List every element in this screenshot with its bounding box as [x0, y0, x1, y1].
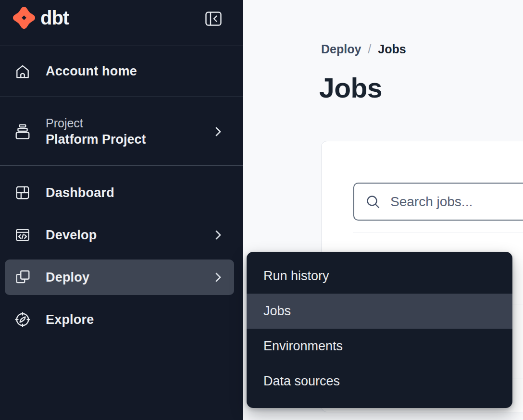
sidebar: dbt Account home Proje	[0, 0, 243, 420]
chevron-right-icon	[214, 272, 222, 283]
project-kicker: Project	[46, 116, 146, 130]
brand-wordmark: dbt	[40, 6, 69, 29]
chevron-right-icon	[214, 126, 222, 137]
flyout-item-data-sources[interactable]: Data sources	[247, 364, 512, 399]
breadcrumb-parent[interactable]: Deploy	[321, 40, 361, 58]
brand-logo: dbt	[12, 6, 69, 29]
project-stack-icon	[14, 124, 31, 140]
dashboard-icon	[14, 185, 31, 201]
sidebar-item-deploy[interactable]: Deploy	[0, 256, 243, 298]
sidebar-item-explore[interactable]: Explore	[0, 298, 243, 341]
sidebar-item-develop[interactable]: Develop	[0, 214, 243, 256]
sidebar-item-label: Dashboard	[46, 185, 114, 200]
collapse-sidebar-icon	[205, 11, 222, 26]
home-icon	[14, 63, 31, 80]
sidebar-header: dbt	[0, 0, 243, 46]
overlapping-squares-icon	[14, 269, 31, 285]
flyout-item-run-history[interactable]: Run history	[247, 259, 512, 294]
deploy-flyout-menu: Run history Jobs Environments Data sourc…	[247, 252, 512, 408]
active-item-highlight	[5, 259, 234, 295]
collapse-sidebar-button[interactable]	[205, 11, 222, 26]
sidebar-item-label: Explore	[46, 312, 94, 327]
chevron-right-icon	[214, 229, 222, 241]
dbt-logo-icon	[12, 6, 36, 29]
flyout-item-environments[interactable]: Environments	[247, 329, 512, 364]
breadcrumb: Deploy / Jobs	[321, 40, 406, 58]
compass-icon	[14, 311, 31, 328]
breadcrumb-separator: /	[368, 40, 371, 58]
sidebar-item-dashboard[interactable]: Dashboard	[0, 172, 243, 214]
project-name: Platform Project	[46, 132, 146, 147]
sidebar-item-project[interactable]: Project Platform Project	[0, 98, 243, 166]
page-title: Jobs	[319, 72, 382, 104]
card-divider	[353, 233, 523, 233]
breadcrumb-current: Jobs	[378, 40, 406, 58]
sidebar-item-account-home[interactable]: Account home	[0, 46, 243, 97]
code-window-icon	[14, 227, 31, 243]
search-box	[353, 183, 523, 221]
flyout-item-jobs[interactable]: Jobs	[247, 294, 512, 329]
search-icon	[365, 194, 381, 210]
sidebar-item-label: Account home	[46, 64, 137, 79]
search-input[interactable]	[389, 194, 523, 210]
sidebar-item-label: Develop	[46, 228, 97, 243]
sidebar-item-label: Deploy	[46, 270, 89, 285]
